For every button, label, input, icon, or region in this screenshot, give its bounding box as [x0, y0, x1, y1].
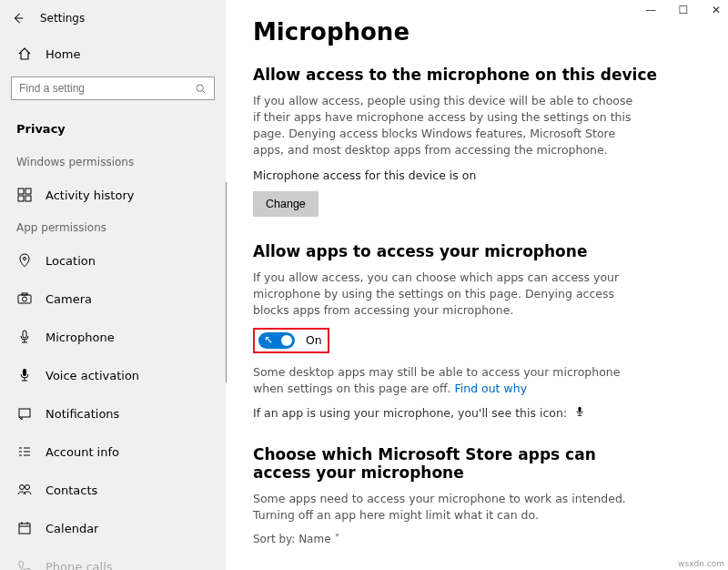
sidebar-item-label: Voice activation	[46, 369, 139, 382]
window-title: Settings	[40, 12, 85, 25]
toggle-state-label: On	[306, 333, 322, 347]
svg-rect-15	[579, 407, 581, 412]
scrollbar[interactable]	[226, 182, 227, 382]
svg-rect-9	[23, 331, 26, 338]
sidebar-item-camera[interactable]: Camera	[0, 280, 226, 318]
section-heading-store-apps: Choose which Microsoft Store apps can ac…	[253, 445, 635, 482]
svg-point-7	[23, 297, 27, 301]
sidebar-item-label: Camera	[46, 292, 92, 306]
sidebar-item-label: Calendar	[46, 522, 98, 535]
notifications-icon	[16, 405, 33, 422]
sidebar-item-label: Location	[46, 254, 96, 268]
calendar-icon	[16, 520, 33, 536]
apps-access-toggle[interactable]: ↖	[258, 332, 295, 349]
sidebar-item-microphone[interactable]: Microphone	[0, 318, 226, 356]
phone-icon	[16, 558, 33, 570]
search-input[interactable]	[11, 76, 215, 100]
sidebar-item-label: Notifications	[46, 407, 119, 421]
microphone-icon	[16, 329, 33, 345]
svg-rect-2	[25, 188, 31, 194]
sidebar-item-account-info[interactable]: Account info	[0, 433, 226, 471]
sidebar-item-label: Microphone	[46, 331, 115, 344]
find-out-why-link[interactable]: Find out why	[454, 382, 527, 395]
sidebar-item-calendar[interactable]: Calendar	[0, 509, 226, 547]
search-field[interactable]	[19, 82, 195, 95]
sidebar-item-label: Phone calls	[46, 560, 113, 571]
section-body-apps-access: If you allow access, you can choose whic…	[253, 270, 635, 319]
section-body-store-apps: Some apps need to access your microphone…	[253, 491, 635, 524]
toggle-knob	[281, 335, 292, 346]
sidebar-item-label: Activity history	[46, 188, 134, 202]
svg-rect-10	[23, 369, 26, 376]
chevron-down-icon: ˅	[334, 533, 339, 545]
sidebar-item-contacts[interactable]: Contacts	[0, 471, 226, 509]
sidebar-item-label: Contacts	[46, 483, 97, 497]
sidebar-item-label: Account info	[46, 445, 119, 459]
home-nav[interactable]: Home	[0, 35, 226, 73]
sidebar-item-notifications[interactable]: Notifications	[0, 394, 226, 433]
category-label: Privacy	[0, 111, 226, 148]
svg-point-5	[24, 258, 26, 260]
watermark: wsxdn.com	[678, 559, 724, 568]
svg-point-13	[25, 485, 30, 490]
mic-usage-indicator-text: If an app is using your microphone, you'…	[253, 406, 701, 420]
section-heading-device-access: Allow access to the microphone on this d…	[253, 66, 701, 84]
microphone-indicator-icon	[574, 406, 585, 420]
sidebar-item-activity-history[interactable]: Activity history	[0, 176, 226, 214]
device-access-status: Microphone access for this device is on	[253, 168, 701, 182]
voice-icon	[16, 367, 33, 383]
section-windows-permissions: Windows permissions	[0, 148, 226, 176]
svg-rect-6	[18, 295, 31, 303]
activity-icon	[16, 187, 33, 203]
account-icon	[16, 443, 33, 460]
section-body-device-access: If you allow access, people using this d…	[253, 93, 635, 159]
sidebar: Settings Home Privacy Windows permission…	[0, 0, 226, 570]
home-label: Home	[46, 47, 80, 61]
contacts-icon	[16, 482, 33, 498]
section-app-permissions: App permissions	[0, 214, 226, 241]
svg-rect-3	[18, 196, 24, 201]
svg-rect-11	[19, 409, 30, 417]
location-icon	[16, 252, 33, 269]
svg-rect-8	[22, 293, 27, 295]
sort-row[interactable]: Sort by: Name ˅	[253, 533, 701, 545]
camera-icon	[16, 290, 33, 307]
back-button[interactable]	[11, 11, 25, 25]
section-heading-apps-access: Allow apps to access your microphone	[253, 242, 701, 260]
svg-rect-1	[18, 188, 24, 194]
maximize-button[interactable]: ☐	[677, 4, 690, 16]
svg-rect-4	[25, 196, 31, 201]
close-button[interactable]: ✕	[710, 4, 723, 16]
cursor-icon: ↖	[264, 333, 273, 346]
svg-point-12	[20, 485, 25, 490]
apps-access-toggle-highlight: ↖ On	[253, 328, 329, 353]
svg-rect-14	[19, 524, 30, 534]
page-title: Microphone	[253, 18, 701, 46]
sidebar-item-voice-activation[interactable]: Voice activation	[0, 356, 226, 394]
svg-point-0	[197, 85, 203, 91]
desktop-apps-note: Some desktop apps may still be able to a…	[253, 364, 635, 397]
minimize-button[interactable]: —	[644, 4, 657, 16]
home-icon	[16, 46, 33, 62]
sidebar-item-phone-calls[interactable]: Phone calls	[0, 547, 226, 570]
content-pane: Microphone Allow access to the microphon…	[226, 0, 728, 570]
sidebar-item-location[interactable]: Location	[0, 241, 226, 280]
change-button[interactable]: Change	[253, 191, 318, 217]
search-icon	[195, 83, 207, 95]
